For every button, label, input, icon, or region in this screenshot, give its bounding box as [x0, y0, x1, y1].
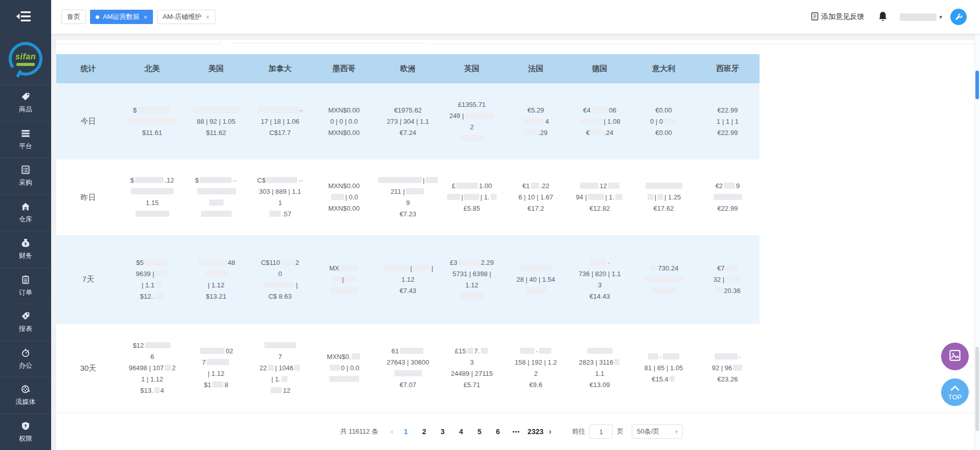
- next-page-icon[interactable]: ›: [546, 426, 555, 437]
- cell-line: 211 |: [391, 186, 426, 197]
- scrollbar-thumb[interactable]: [975, 347, 979, 431]
- row-label: 昨日: [56, 160, 120, 235]
- cell-text: €12.82: [590, 205, 610, 212]
- redacted-blob: [413, 265, 431, 271]
- redacted-blob: [524, 118, 544, 124]
- redacted-blob: [644, 276, 683, 282]
- data-cell: ·736 | 820 | 1.13€14.43: [568, 235, 632, 324]
- page-number[interactable]: 2323: [527, 428, 543, 436]
- redacted-blob: [207, 359, 229, 365]
- cell-text: 303 | 889 | 1.1: [259, 188, 301, 195]
- sidebar-item-platform[interactable]: 平台: [0, 121, 51, 158]
- cell-text: 8: [225, 381, 228, 389]
- data-cell: €0.000 | 0€0.00: [632, 83, 696, 160]
- page-number[interactable]: 6: [491, 428, 505, 436]
- page-ellipsis[interactable]: •••: [509, 429, 523, 435]
- tab-am-operations-data[interactable]: AM运营数据 ×: [90, 10, 153, 24]
- data-cell: £1355.71249 |2: [440, 83, 504, 160]
- sidebar-item-media[interactable]: 流媒体: [0, 377, 51, 414]
- column-header: 统计: [56, 64, 120, 74]
- cell-text: £: [452, 182, 455, 190]
- table-header-row: 统计北美美国加拿大墨西哥欧洲英国法国德国意大利西班牙: [56, 54, 760, 83]
- settings-wrench-button[interactable]: [950, 9, 967, 25]
- cell-line: MX: [329, 263, 359, 274]
- page-number[interactable]: 2: [417, 428, 431, 436]
- redacted-blob: [460, 293, 484, 299]
- goto-page-input[interactable]: [589, 424, 613, 439]
- cell-line: €5.29: [527, 105, 544, 116]
- feedback-image-button[interactable]: [941, 343, 969, 370]
- redacted-blob: [725, 276, 741, 282]
- page-number[interactable]: 4: [454, 428, 468, 436]
- data-cell: £1.00|| 1.£5.85: [440, 160, 504, 235]
- sidebar-item-office[interactable]: 办公: [0, 341, 51, 377]
- cell-line: €0.00: [655, 127, 672, 139]
- cell-text: 2.29: [481, 259, 494, 266]
- scrollbar-thumb-blue[interactable]: [975, 71, 979, 99]
- close-icon[interactable]: ×: [206, 14, 210, 20]
- cell-text: 1.12: [465, 281, 478, 289]
- cell-line: C$17.7: [270, 127, 291, 139]
- cell-line: €15.4: [652, 374, 676, 385]
- sidebar-item-warehouse[interactable]: 仓库: [0, 194, 51, 231]
- sidebar-item-permissions[interactable]: 权限: [0, 414, 51, 450]
- cell-text: €1: [522, 182, 529, 190]
- cell-text: C$ 8.63: [269, 292, 292, 300]
- page-size-select[interactable]: 50条/页 ▾: [632, 424, 683, 439]
- sidebar-item-finance[interactable]: 财务: [0, 231, 51, 267]
- cell-line: 1 | 1 | 1: [717, 116, 739, 127]
- cell-text: 4: [161, 387, 164, 394]
- data-cell: 48| 1.12$13.21: [184, 235, 248, 324]
- redacted-blob: [591, 129, 603, 136]
- top-label: TOP: [948, 394, 962, 400]
- sidebar-item-reports[interactable]: $ 报表: [0, 304, 51, 341]
- feedback-button[interactable]: 添加意见反馈: [811, 12, 864, 22]
- cell-text: ··: [233, 176, 237, 184]
- redacted-blob: [531, 183, 539, 189]
- cell-text: $: [133, 106, 137, 114]
- cell-text: €: [586, 129, 590, 137]
- active-dot: [96, 15, 99, 19]
- redacted-blob: [645, 183, 682, 189]
- cell-text: 0 | 0.0: [341, 364, 360, 372]
- cell-line: €.24: [586, 127, 613, 139]
- tab-label: AM运营数据: [103, 12, 140, 21]
- tab-home[interactable]: 首页: [61, 10, 86, 24]
- prev-page-icon[interactable]: ‹: [388, 426, 397, 437]
- cell-line: || 1.25: [647, 192, 681, 203]
- cell-text: 9639 |: [136, 270, 154, 278]
- user-menu[interactable]: ▾: [900, 13, 942, 21]
- cell-text: |: [296, 281, 298, 289]
- redacted-blob: [580, 118, 603, 124]
- caret-down-icon: ▾: [675, 429, 678, 435]
- page-number[interactable]: 1: [398, 428, 413, 436]
- cell-line: 4: [523, 116, 549, 127]
- app-logo: sifan: [0, 42, 51, 76]
- sidebar-item-products[interactable]: 商品: [0, 84, 51, 121]
- cell-text: 20.36: [724, 287, 741, 295]
- data-cell: 6127643 | 30600€7.07: [376, 324, 440, 413]
- cell-line: [644, 181, 683, 192]
- tab-am-store-maintenance[interactable]: AM-店铺维护 ×: [157, 10, 215, 24]
- cell-text: 249 |: [449, 112, 464, 120]
- data-cell: 2823 | 31161.1€13.09: [568, 324, 632, 413]
- cell-line: 1 | 1.12: [141, 374, 163, 385]
- sidebar-item-procurement[interactable]: 采购: [0, 158, 51, 194]
- cell-line: [135, 209, 170, 220]
- sidebar-collapse-icon[interactable]: [15, 10, 36, 25]
- cell-line: 32 |: [714, 274, 742, 285]
- sidebar-item-orders[interactable]: 订单: [0, 267, 51, 304]
- redacted-blob: [467, 348, 473, 354]
- close-icon[interactable]: ×: [144, 14, 148, 20]
- page-number[interactable]: 5: [472, 428, 486, 436]
- notification-bell-icon[interactable]: [877, 11, 888, 23]
- back-to-top-button[interactable]: TOP: [941, 378, 969, 406]
- username-redacted: [900, 13, 937, 21]
- redacted-blob: [258, 107, 298, 113]
- table-row: 今日$$11.6188 | 92 | 1.05$11.62··17 | 18 |…: [56, 83, 760, 160]
- cell-line: 7: [202, 357, 230, 368]
- cell-line: | 1.12: [208, 368, 224, 379]
- cell-text: 61: [391, 347, 398, 355]
- page-number[interactable]: 3: [435, 428, 450, 436]
- cell-text: .22: [540, 182, 549, 190]
